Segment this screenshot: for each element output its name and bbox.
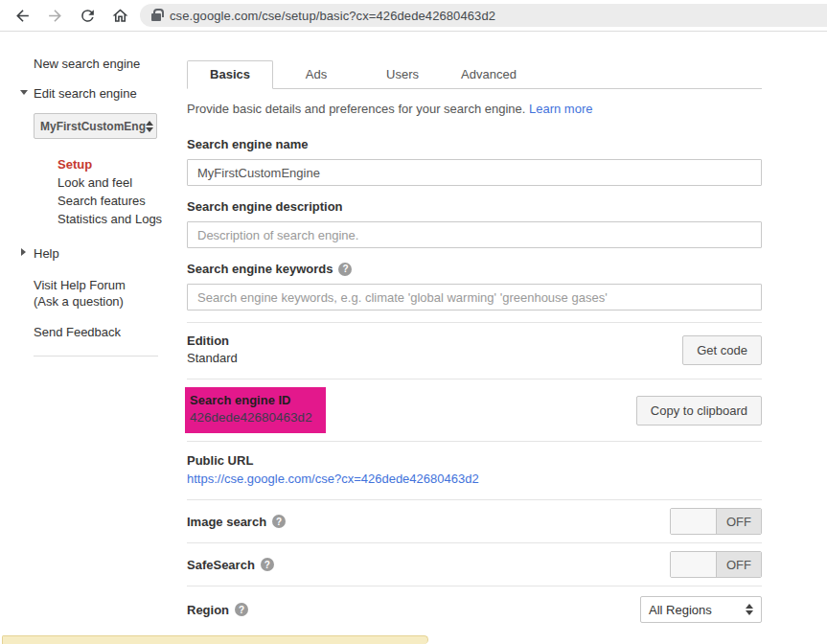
url-text[interactable]: cse.google.com/cse/setup/basic?cx=426ded… xyxy=(170,9,495,23)
sidebar-item-statistics-and-logs[interactable]: Statistics and Logs xyxy=(57,210,177,228)
region-row: Region All Regions xyxy=(187,586,762,632)
edition-row: Edition Standard Get code xyxy=(187,323,762,379)
help-icon[interactable] xyxy=(338,263,352,276)
sidebar-item-look-and-feel[interactable]: Look and feel xyxy=(57,173,177,192)
search-engine-id-row: Search engine ID 426dede42680463d2 Copy … xyxy=(187,380,762,441)
region-select-value: All Regions xyxy=(649,603,712,617)
search-engine-name-label: Search engine name xyxy=(187,137,762,151)
search-engine-keywords-input[interactable] xyxy=(187,284,762,310)
sidebar-edit-search-engine[interactable]: Edit search engine xyxy=(34,86,137,101)
home-icon[interactable] xyxy=(103,2,136,29)
search-engine-keywords-label: Search engine keywords xyxy=(187,262,762,276)
page-body: New search engine Edit search engine MyF… xyxy=(0,33,827,644)
image-search-row: Image search OFF xyxy=(187,500,762,542)
chevron-right-icon xyxy=(21,248,26,256)
chevron-down-icon xyxy=(20,90,28,95)
help-icon[interactable] xyxy=(261,558,274,571)
sidebar-item-ask-a-question: (Ask a question) xyxy=(34,293,177,310)
reload-icon[interactable] xyxy=(71,2,103,29)
sidebar-item-send-feedback[interactable]: Send Feedback xyxy=(34,324,177,340)
forward-icon[interactable] xyxy=(38,2,71,29)
sidebar-item-search-features[interactable]: Search features xyxy=(57,192,177,210)
lock-icon xyxy=(151,13,161,21)
main-content: Basics Ads Users Advanced Provide basic … xyxy=(187,33,762,632)
toggle-knob xyxy=(671,509,717,534)
engine-selector[interactable]: MyFirstCustomEng xyxy=(34,113,157,139)
public-url-label: Public URL xyxy=(187,451,762,470)
intro-text: Provide basic details and preferences fo… xyxy=(187,102,762,116)
get-code-button[interactable]: Get code xyxy=(682,335,762,365)
region-select[interactable]: All Regions xyxy=(640,596,762,623)
sidebar-item-help[interactable]: Help xyxy=(34,246,59,261)
edition-label: Edition xyxy=(187,333,238,350)
copy-to-clipboard-button[interactable]: Copy to clipboard xyxy=(636,396,762,426)
sidebar-setup-list: Setup Look and feel Search features Stat… xyxy=(57,155,177,228)
image-search-toggle-state: OFF xyxy=(717,509,761,534)
tab-ads[interactable]: Ads xyxy=(273,61,359,88)
tab-bar: Basics Ads Users Advanced xyxy=(187,61,762,89)
address-bar[interactable]: cse.google.com/cse/setup/basic?cx=426ded… xyxy=(140,4,827,27)
search-engine-id-highlight: Search engine ID 426dede42680463d2 xyxy=(185,387,326,433)
sidebar: New search engine Edit search engine MyF… xyxy=(34,56,177,356)
search-engine-id-label: Search engine ID xyxy=(190,392,312,409)
toggle-knob xyxy=(671,552,717,577)
tab-users[interactable]: Users xyxy=(359,61,446,88)
sidebar-item-visit-help-forum[interactable]: Visit Help Forum xyxy=(34,277,177,293)
learn-more-link[interactable]: Learn more xyxy=(529,102,592,116)
edition-value: Standard xyxy=(187,350,238,367)
safesearch-toggle[interactable]: OFF xyxy=(670,551,762,578)
image-search-label: Image search xyxy=(187,515,286,529)
engine-selector-value: MyFirstCustomEng xyxy=(40,120,146,133)
tab-basics[interactable]: Basics xyxy=(187,60,273,89)
safesearch-toggle-state: OFF xyxy=(717,552,761,577)
safesearch-row: SafeSearch OFF xyxy=(187,543,762,586)
safesearch-label: SafeSearch xyxy=(187,558,274,572)
browser-toolbar: cse.google.com/cse/setup/basic?cx=426ded… xyxy=(0,0,827,32)
help-icon[interactable] xyxy=(235,603,248,616)
annotation-highlight-yellow xyxy=(2,635,428,644)
search-engine-id-value: 426dede42680463d2 xyxy=(190,409,312,426)
search-engine-description-input[interactable] xyxy=(187,221,762,248)
help-icon[interactable] xyxy=(272,515,286,528)
public-url-link[interactable]: https://cse.google.com/cse?cx=426dede426… xyxy=(187,472,479,486)
tab-advanced[interactable]: Advanced xyxy=(446,61,532,88)
select-arrows-icon xyxy=(146,121,153,132)
public-url-section: Public URL https://cse.google.com/cse?cx… xyxy=(187,442,762,499)
search-engine-name-input[interactable] xyxy=(187,159,762,186)
region-label: Region xyxy=(187,603,248,617)
select-arrows-icon xyxy=(746,604,753,615)
sidebar-item-setup[interactable]: Setup xyxy=(57,155,177,173)
search-engine-description-label: Search engine description xyxy=(187,199,762,214)
back-icon[interactable] xyxy=(6,2,38,29)
sidebar-new-search-engine[interactable]: New search engine xyxy=(34,56,177,72)
image-search-toggle[interactable]: OFF xyxy=(670,508,762,535)
sidebar-divider xyxy=(34,356,158,356)
